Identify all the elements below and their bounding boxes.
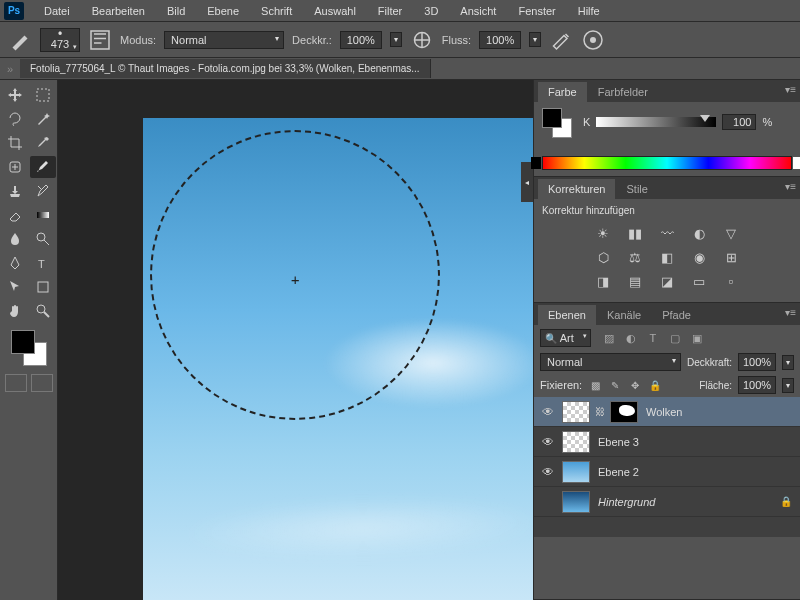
blur-tool[interactable] [2,228,28,250]
menu-schrift[interactable]: Schrift [251,2,302,20]
tool-preset-icon[interactable] [8,28,32,52]
channel-mixer-icon[interactable]: ⊞ [721,248,741,266]
layer-thumb[interactable] [562,491,590,513]
screen-mode-button[interactable] [31,374,53,392]
layer-row-ebene2[interactable]: 👁 Ebene 2 [534,457,800,487]
dock-handle-icon[interactable]: » [0,63,20,75]
menu-bearbeiten[interactable]: Bearbeiten [82,2,155,20]
magic-wand-tool[interactable] [30,108,56,130]
fill-input[interactable]: 100% [738,376,776,394]
menu-ansicht[interactable]: Ansicht [450,2,506,20]
standard-mode-button[interactable] [5,374,27,392]
photo-filter-icon[interactable]: ◉ [689,248,709,266]
menu-datei[interactable]: Datei [34,2,80,20]
marquee-tool[interactable] [30,84,56,106]
gradient-tool[interactable] [30,204,56,226]
layer-name[interactable]: Ebene 3 [594,436,796,448]
bw-icon[interactable]: ◧ [657,248,677,266]
opacity-input[interactable]: 100% [340,31,382,49]
panel-menu-icon[interactable]: ▾≡ [785,307,796,318]
move-tool[interactable] [2,84,28,106]
lock-transparency-icon[interactable]: ▩ [588,378,602,392]
balance-icon[interactable]: ⚖ [625,248,645,266]
layer-opacity-stepper[interactable]: ▾ [782,355,794,370]
layer-row-ebene3[interactable]: 👁 Ebene 3 [534,427,800,457]
panel-menu-icon[interactable]: ▾≡ [785,181,796,192]
gradient-map-icon[interactable]: ▭ [689,272,709,290]
airbrush-icon[interactable] [549,28,573,52]
posterize-icon[interactable]: ▤ [625,272,645,290]
lock-pixels-icon[interactable]: ✎ [608,378,622,392]
layer-thumb[interactable] [562,431,590,453]
clone-stamp-tool[interactable] [2,180,28,202]
brush-tool[interactable] [30,156,56,178]
canvas-area[interactable]: + ◂ [58,80,533,600]
panel-fg-swatch[interactable] [542,108,562,128]
zoom-tool[interactable] [30,300,56,322]
panel-menu-icon[interactable]: ▾≡ [785,84,796,95]
filter-pixel-icon[interactable]: ▨ [601,330,617,346]
invert-icon[interactable]: ◨ [593,272,613,290]
mask-link-icon[interactable]: ⛓ [594,406,606,417]
tab-korrekturen[interactable]: Korrekturen [538,179,615,199]
vibrance-icon[interactable]: ▽ [721,224,741,242]
lock-position-icon[interactable]: ✥ [628,378,642,392]
visibility-toggle[interactable]: 👁 [538,435,558,449]
layer-thumb[interactable] [562,401,590,423]
menu-fenster[interactable]: Fenster [508,2,565,20]
menu-auswahl[interactable]: Auswahl [304,2,366,20]
tab-farbfelder[interactable]: Farbfelder [588,82,658,102]
selective-color-icon[interactable]: ▫ [721,272,741,290]
blend-mode-dropdown[interactable]: Normal [164,31,284,49]
healing-brush-tool[interactable] [2,156,28,178]
mask-thumb[interactable] [610,401,638,423]
layer-row-hintergrund[interactable]: Hintergrund 🔒 [534,487,800,517]
brush-panel-toggle-icon[interactable] [88,28,112,52]
k-slider[interactable] [596,117,716,127]
layer-opacity-input[interactable]: 100% [738,353,776,371]
filter-type-icon[interactable]: T [645,330,661,346]
eraser-tool[interactable] [2,204,28,226]
layer-row-wolken[interactable]: 👁 ⛓ Wolken [534,397,800,427]
path-selection-tool[interactable] [2,276,28,298]
shape-tool[interactable] [30,276,56,298]
dodge-tool[interactable] [30,228,56,250]
pressure-opacity-icon[interactable] [410,28,434,52]
pen-tool[interactable] [2,252,28,274]
lock-all-icon[interactable]: 🔒 [648,378,662,392]
opacity-stepper[interactable]: ▾ [390,32,402,47]
hue-icon[interactable]: ⬡ [593,248,613,266]
layer-name[interactable]: Hintergrund [594,496,776,508]
levels-icon[interactable]: ▮▮ [625,224,645,242]
exposure-icon[interactable]: ◐ [689,224,709,242]
layer-thumb[interactable] [562,461,590,483]
filter-shape-icon[interactable]: ▢ [667,330,683,346]
panel-color-swatches[interactable] [542,108,572,138]
lasso-tool[interactable] [2,108,28,130]
foreground-color-swatch[interactable] [11,330,35,354]
filter-adjust-icon[interactable]: ◐ [623,330,639,346]
tab-ebenen[interactable]: Ebenen [538,305,596,325]
menu-hilfe[interactable]: Hilfe [568,2,610,20]
hand-tool[interactable] [2,300,28,322]
menu-bild[interactable]: Bild [157,2,195,20]
brush-preset-picker[interactable]: • 473 [40,28,80,52]
document-tab[interactable]: Fotolia_7775064_L © Thaut Images - Fotol… [20,59,431,78]
layer-filter-kind[interactable]: 🔍 Art [540,329,591,347]
color-swatches[interactable] [11,330,47,366]
type-tool[interactable]: T [30,252,56,274]
k-value-input[interactable]: 100 [722,114,756,130]
visibility-toggle[interactable]: 👁 [538,465,558,479]
visibility-toggle[interactable]: 👁 [538,405,558,419]
filter-smart-icon[interactable]: ▣ [689,330,705,346]
menu-ebene[interactable]: Ebene [197,2,249,20]
flow-input[interactable]: 100% [479,31,521,49]
crop-tool[interactable] [2,132,28,154]
tab-pfade[interactable]: Pfade [652,305,701,325]
menu-3d[interactable]: 3D [414,2,448,20]
color-spectrum[interactable] [542,156,792,170]
history-brush-tool[interactable] [30,180,56,202]
eyedropper-tool[interactable] [30,132,56,154]
layer-name[interactable]: Ebene 2 [594,466,796,478]
curves-icon[interactable]: 〰 [657,224,677,242]
